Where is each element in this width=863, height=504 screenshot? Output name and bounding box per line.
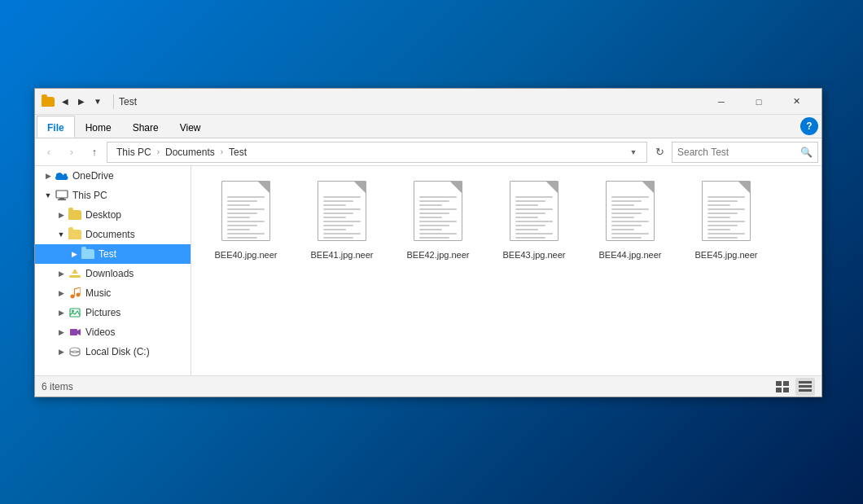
ribbon-tab-bar: File Home Share View ? xyxy=(35,115,821,138)
expander-music[interactable]: ▶ xyxy=(55,287,68,300)
close-button[interactable]: ✕ xyxy=(778,89,815,115)
expander-downloads[interactable]: ▶ xyxy=(55,267,68,280)
file-item-4[interactable]: BEE44.jpg.neer xyxy=(585,176,675,265)
expander-onedrive[interactable]: ▶ xyxy=(42,169,55,182)
documents-folder-icon xyxy=(68,227,82,242)
onedrive-label: OneDrive xyxy=(72,170,114,182)
sidebar-item-pictures[interactable]: ▶ Pictures xyxy=(35,303,191,322)
search-input[interactable] xyxy=(677,147,797,158)
file-icon-5 xyxy=(697,181,756,246)
videos-icon xyxy=(68,325,82,340)
expander-localdisk[interactable]: ▶ xyxy=(55,345,68,358)
sidebar-item-downloads[interactable]: ▶ Downloads xyxy=(35,264,191,283)
ribbon: File Home Share View ? xyxy=(35,115,821,138)
thispc-label: This PC xyxy=(72,190,107,201)
forward-button[interactable]: › xyxy=(61,142,82,163)
file-explorer-window: ◀ ▶ ▼ Test ─ □ ✕ File Home Share View ? … xyxy=(34,88,822,397)
up-button[interactable]: ↑ xyxy=(84,142,105,163)
file-item-0[interactable]: BEE40.jpg.neer xyxy=(201,176,291,265)
list-view-button[interactable] xyxy=(795,378,815,396)
tab-file[interactable]: File xyxy=(37,116,75,138)
file-item-3[interactable]: BEE43.jpg.neer xyxy=(489,176,579,265)
svg-rect-3 xyxy=(69,275,81,278)
sidebar-item-test[interactable]: ▶ Test xyxy=(35,244,191,264)
svg-point-9 xyxy=(72,310,74,313)
expander-test[interactable]: ▶ xyxy=(68,248,81,261)
drive-icon xyxy=(68,344,82,359)
item-count: 6 items xyxy=(42,381,73,392)
path-thispc[interactable]: This PC xyxy=(114,146,154,159)
downloads-label: Downloads xyxy=(85,268,134,279)
path-arrow-1: › xyxy=(157,147,160,156)
window-controls: ─ □ ✕ xyxy=(703,89,815,115)
file-item-2[interactable]: BEE42.jpg.neer xyxy=(393,176,483,265)
title-bar: ◀ ▶ ▼ Test ─ □ ✕ xyxy=(35,89,821,115)
path-test[interactable]: Test xyxy=(226,146,249,159)
file-name-4: BEE44.jpg.neer xyxy=(598,249,661,261)
sidebar-item-thispc[interactable]: ▼ This PC xyxy=(35,186,191,205)
path-documents[interactable]: Documents xyxy=(163,146,217,159)
svg-point-6 xyxy=(71,295,75,299)
file-name-1: BEE41.jpg.neer xyxy=(310,249,373,261)
maximize-button[interactable]: □ xyxy=(740,89,778,115)
file-icon-4 xyxy=(601,181,659,246)
tab-share[interactable]: Share xyxy=(122,117,169,138)
file-item-1[interactable]: BEE41.jpg.neer xyxy=(297,176,387,265)
sidebar-item-localdisk[interactable]: ▶ Local Disk (C:) xyxy=(35,342,191,362)
desktop-folder-icon xyxy=(68,208,82,222)
address-path[interactable]: This PC › Documents › Test ▼ xyxy=(107,142,647,163)
qa-back-btn[interactable]: ◀ xyxy=(58,94,72,109)
search-box[interactable]: 🔍 xyxy=(672,142,818,163)
sidebar-item-desktop[interactable]: ▶ Desktop xyxy=(35,205,191,225)
videos-label: Videos xyxy=(85,327,115,338)
svg-marker-11 xyxy=(77,329,81,335)
search-icon[interactable]: 🔍 xyxy=(800,147,813,158)
file-icon-2 xyxy=(409,181,467,246)
tab-home[interactable]: Home xyxy=(75,117,122,138)
downloads-icon xyxy=(68,266,82,281)
expander-desktop[interactable]: ▶ xyxy=(55,208,68,221)
expander-pictures[interactable]: ▶ xyxy=(55,306,68,319)
pictures-icon xyxy=(68,305,82,320)
file-item-5[interactable]: BEE45.jpg.neer xyxy=(681,176,771,265)
expander-documents[interactable]: ▼ xyxy=(55,228,68,241)
svg-rect-14 xyxy=(776,381,782,386)
qa-forward-btn[interactable]: ▶ xyxy=(74,94,89,109)
sidebar-item-music[interactable]: ▶ Music xyxy=(35,283,191,303)
window-title: Test xyxy=(119,96,703,107)
svg-point-13 xyxy=(70,351,80,356)
tab-view[interactable]: View xyxy=(169,117,212,138)
svg-rect-16 xyxy=(776,388,782,392)
file-icon-3 xyxy=(505,181,563,246)
sidebar-item-onedrive[interactable]: ▶ OneDrive xyxy=(35,166,191,186)
svg-rect-5 xyxy=(74,270,77,274)
music-label: Music xyxy=(85,287,111,299)
window-icon xyxy=(42,95,55,108)
status-bar: 6 items xyxy=(35,375,821,397)
documents-label: Documents xyxy=(85,229,135,240)
desktop-label: Desktop xyxy=(85,209,121,221)
file-name-5: BEE45.jpg.neer xyxy=(694,249,757,261)
svg-rect-19 xyxy=(799,385,812,388)
svg-rect-1 xyxy=(59,198,64,199)
title-separator xyxy=(113,94,114,109)
minimize-button[interactable]: ─ xyxy=(703,89,740,115)
onedrive-icon xyxy=(55,169,69,183)
sidebar-item-videos[interactable]: ▶ Videos xyxy=(35,322,191,342)
address-bar: ‹ › ↑ This PC › Documents › Test ▼ ↻ 🔍 xyxy=(35,138,821,166)
test-folder-icon xyxy=(81,247,95,261)
path-dropdown-btn[interactable]: ▼ xyxy=(627,146,640,159)
file-name-2: BEE42.jpg.neer xyxy=(406,249,469,261)
expander-thispc[interactable]: ▼ xyxy=(42,189,55,202)
file-icon-1 xyxy=(313,181,371,246)
sidebar: ▶ OneDrive ▼ This PC ▶ Deskto xyxy=(35,166,191,375)
svg-point-7 xyxy=(77,293,81,297)
help-button[interactable]: ? xyxy=(800,117,818,135)
refresh-button[interactable]: ↻ xyxy=(649,142,670,163)
svg-rect-17 xyxy=(783,388,789,392)
sidebar-item-documents[interactable]: ▼ Documents xyxy=(35,225,191,244)
back-button[interactable]: ‹ xyxy=(38,142,59,163)
grid-view-button[interactable] xyxy=(773,378,792,396)
expander-videos[interactable]: ▶ xyxy=(55,326,68,339)
qa-dropdown-btn[interactable]: ▼ xyxy=(90,94,105,109)
